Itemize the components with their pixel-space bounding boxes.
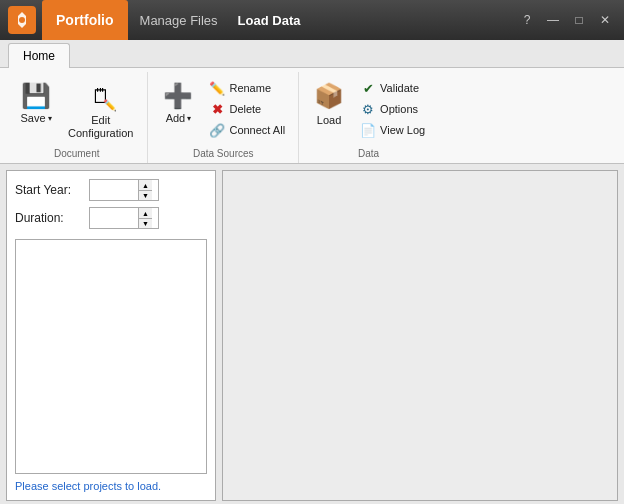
ribbon-group-data-sources: ➕ Add ▾ ✏️ Rename ✖ Delete (148, 72, 299, 163)
rename-icon: ✏️ (209, 80, 225, 96)
view-log-label: View Log (380, 124, 425, 136)
save-button[interactable]: 💾 Save ▾ (14, 76, 58, 128)
add-label: Add (166, 112, 186, 124)
duration-down-arrow[interactable]: ▼ (139, 219, 152, 229)
duration-label: Duration: (15, 211, 85, 225)
start-year-up-arrow[interactable]: ▲ (139, 180, 152, 191)
data-sources-group-label: Data Sources (193, 148, 254, 163)
edit-configuration-icon: 🗒 ✏️ (85, 80, 117, 112)
title-bar: Portfolio Manage Files Load Data ? — □ ✕ (0, 0, 624, 40)
delete-button[interactable]: ✖ Delete (204, 99, 290, 119)
project-list[interactable] (15, 239, 207, 474)
add-chevron-icon: ▾ (187, 114, 191, 123)
delete-label: Delete (229, 103, 261, 115)
start-year-spinners: ▲ ▼ (138, 180, 152, 200)
svg-point-0 (19, 17, 25, 23)
view-log-button[interactable]: 📄 View Log (355, 120, 430, 140)
view-log-icon: 📄 (360, 122, 376, 138)
manage-files-label: Manage Files (130, 0, 228, 40)
start-year-row: Start Year: ▲ ▼ (15, 179, 207, 201)
tab-home[interactable]: Home (8, 43, 70, 68)
duration-input[interactable] (90, 208, 138, 228)
duration-up-arrow[interactable]: ▲ (139, 208, 152, 219)
load-label: Load (317, 114, 341, 127)
validate-icon: ✔ (360, 80, 376, 96)
window-controls: ? — □ ✕ (516, 9, 616, 31)
ribbon: Home 💾 Save ▾ 🗒 ✏️ Edit Configurati (0, 40, 624, 164)
document-group-label: Document (54, 148, 100, 163)
ribbon-tabs: Home (0, 40, 624, 68)
rename-label: Rename (229, 82, 271, 94)
app-logo (8, 6, 36, 34)
rename-button[interactable]: ✏️ Rename (204, 78, 290, 98)
connect-all-icon: 🔗 (209, 122, 225, 138)
load-data-label: Load Data (228, 0, 311, 40)
duration-row: Duration: ▲ ▼ (15, 207, 207, 229)
left-panel: Start Year: ▲ ▼ Duration: ▲ ▼ Please sel… (6, 170, 216, 501)
ribbon-content: 💾 Save ▾ 🗒 ✏️ Edit Configuration Documen… (0, 68, 624, 163)
edit-configuration-button[interactable]: 🗒 ✏️ Edit Configuration (62, 76, 139, 144)
options-icon: ⚙ (360, 101, 376, 117)
options-button[interactable]: ⚙ Options (355, 99, 430, 119)
start-year-input-container: ▲ ▼ (89, 179, 159, 201)
minimize-button[interactable]: — (542, 9, 564, 31)
help-button[interactable]: ? (516, 9, 538, 31)
delete-icon: ✖ (209, 101, 225, 117)
edit-configuration-label: Edit Configuration (68, 114, 133, 140)
save-chevron-icon: ▾ (48, 114, 52, 123)
start-year-input[interactable] (90, 180, 138, 200)
load-icon: 📦 (313, 80, 345, 112)
connect-all-label: Connect All (229, 124, 285, 136)
data-sources-small-buttons: ✏️ Rename ✖ Delete 🔗 Connect All (204, 78, 290, 140)
please-select-text: Please select projects to load. (15, 480, 207, 492)
ribbon-group-document: 💾 Save ▾ 🗒 ✏️ Edit Configuration Documen… (6, 72, 148, 163)
validate-button[interactable]: ✔ Validate (355, 78, 430, 98)
add-button[interactable]: ➕ Add ▾ (156, 76, 200, 128)
validate-label: Validate (380, 82, 419, 94)
start-year-label: Start Year: (15, 183, 85, 197)
data-group-label: Data (358, 148, 379, 163)
add-icon: ➕ (162, 80, 194, 112)
duration-spinners: ▲ ▼ (138, 208, 152, 228)
main-content: Start Year: ▲ ▼ Duration: ▲ ▼ Please sel… (0, 164, 624, 504)
save-icon: 💾 (20, 80, 52, 112)
maximize-button[interactable]: □ (568, 9, 590, 31)
save-label: Save (20, 112, 45, 124)
data-small-buttons: ✔ Validate ⚙ Options 📄 View Log (355, 78, 430, 140)
load-button[interactable]: 📦 Load (307, 76, 351, 131)
start-year-down-arrow[interactable]: ▼ (139, 191, 152, 201)
connect-all-button[interactable]: 🔗 Connect All (204, 120, 290, 140)
duration-input-container: ▲ ▼ (89, 207, 159, 229)
close-button[interactable]: ✕ (594, 9, 616, 31)
portfolio-tab[interactable]: Portfolio (42, 0, 128, 40)
ribbon-group-data: 📦 Load ✔ Validate ⚙ Options 📄 View Log (299, 72, 438, 163)
right-panel (222, 170, 618, 501)
options-label: Options (380, 103, 418, 115)
